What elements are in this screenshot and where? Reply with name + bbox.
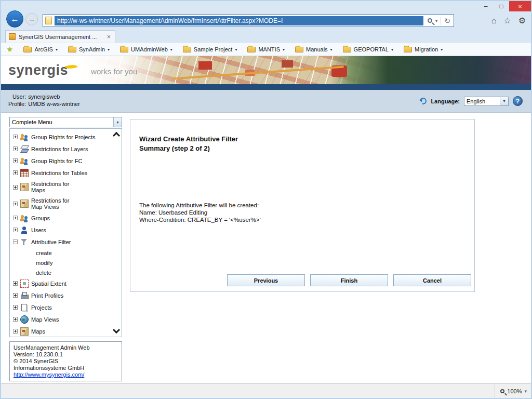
- url-text[interactable]: http://w-ws-wintner/UserManagementAdminW…: [55, 16, 423, 25]
- tree-item-label[interactable]: Spatial Extent: [31, 281, 66, 287]
- back-button[interactable]: ←: [6, 10, 23, 28]
- favorite-item-sample-project[interactable]: Sample Project▾: [183, 46, 237, 52]
- favorite-item-arcgis[interactable]: ArcGIS▾: [23, 46, 57, 52]
- footer-link[interactable]: http://www.mysynergis.com/: [14, 371, 118, 378]
- expand-icon[interactable]: [13, 228, 18, 232]
- tree-item-modify[interactable]: modify: [10, 258, 122, 268]
- favorite-label: GEOPORTAL: [354, 46, 389, 52]
- tree-item-delete[interactable]: delete: [10, 268, 122, 277]
- favorite-item-synadmin[interactable]: SynAdmin▾: [68, 46, 110, 52]
- favorite-item-mantis[interactable]: MANTIS▾: [247, 46, 285, 52]
- tree-item-users[interactable]: Users: [10, 224, 122, 236]
- add-favorite-star-icon[interactable]: ★: [6, 45, 13, 54]
- home-icon[interactable]: ⌂: [491, 16, 497, 25]
- tree-item-label[interactable]: Restrictions for Map Views: [31, 197, 79, 210]
- expand-icon[interactable]: [13, 293, 18, 298]
- browser-tab[interactable]: SynerGIS Usermanagement ... ×: [5, 30, 115, 43]
- chevron-down-icon: ▾: [524, 389, 527, 394]
- search-icon[interactable]: [428, 18, 432, 23]
- footer-version: Version: 10.230.0.1: [14, 351, 118, 358]
- window-controls: – □ ×: [478, 1, 531, 11]
- favorites-icon[interactable]: ☆: [503, 16, 511, 25]
- wizard-step-subtitle: Summary (step 2 of 2): [139, 144, 474, 152]
- refresh-icon[interactable]: ↻: [444, 17, 450, 25]
- tree-item-restrictions-for-tables[interactable]: Restrictions for Tables: [10, 167, 122, 179]
- expand-icon[interactable]: [13, 202, 18, 206]
- expand-icon[interactable]: [13, 317, 18, 322]
- expand-icon[interactable]: [13, 281, 18, 286]
- zoom-magnifier-icon: [500, 389, 504, 393]
- tree-item-spatial-extent[interactable]: Spatial Extent: [10, 277, 122, 289]
- tree-item-label[interactable]: Restrictions for Maps: [31, 181, 79, 193]
- favorite-item-manuals[interactable]: Manuals▾: [295, 46, 332, 52]
- tree-item-attributive-filter[interactable]: Attributive Filter: [10, 236, 122, 248]
- tree-item-group-rights-for-fc[interactable]: Group Rights for FC: [10, 155, 122, 167]
- tree-item-label[interactable]: create: [36, 250, 52, 256]
- layers-icon: [20, 145, 29, 153]
- favorite-item-geoportal[interactable]: GEOPORTAL▾: [343, 46, 393, 52]
- tree-item-label[interactable]: Print Profiles: [31, 292, 63, 299]
- forward-button[interactable]: →: [25, 13, 38, 25]
- tree-item-label[interactable]: Group Rights for Projects: [31, 134, 96, 140]
- tree-item-restrictions-for-maps[interactable]: Restrictions for Maps: [10, 179, 122, 195]
- maximize-button[interactable]: □: [494, 1, 509, 11]
- settings-gear-icon[interactable]: ⚙: [518, 16, 526, 25]
- favorite-item-migration[interactable]: Migration▾: [404, 46, 443, 52]
- close-button[interactable]: ×: [509, 1, 531, 11]
- tree-item-label[interactable]: Groups: [31, 215, 50, 221]
- tree-item-restrictions-for-map-views[interactable]: Restrictions for Map Views: [10, 195, 122, 212]
- tree-item-label[interactable]: Projects: [31, 304, 52, 311]
- tree-item-maps[interactable]: Maps: [10, 325, 122, 337]
- tree-item-label[interactable]: Restrictions for Layers: [31, 146, 88, 152]
- collapse-icon[interactable]: [13, 240, 18, 244]
- help-button[interactable]: ?: [513, 96, 523, 106]
- folder-icon: [120, 47, 128, 52]
- divider: [441, 17, 441, 25]
- expand-icon[interactable]: [13, 185, 18, 190]
- chevron-down-icon: ▾: [108, 47, 110, 52]
- favorite-label: Manuals: [306, 46, 328, 52]
- tree-item-restrictions-for-layers[interactable]: Restrictions for Layers: [10, 143, 122, 155]
- tab-close-icon[interactable]: ×: [106, 33, 112, 41]
- tree-item-label[interactable]: delete: [36, 270, 51, 276]
- tree-item-groups[interactable]: Groups: [10, 212, 122, 224]
- expand-icon[interactable]: [13, 305, 18, 310]
- tree-item-label[interactable]: Map Views: [31, 316, 59, 323]
- expand-icon[interactable]: [13, 216, 18, 220]
- folder-icon: [68, 47, 76, 52]
- tree-item-projects[interactable]: Projects: [10, 301, 122, 313]
- expand-icon[interactable]: [13, 135, 18, 139]
- tree-item-group-rights-for-projects[interactable]: Group Rights for Projects: [10, 131, 122, 143]
- expand-icon[interactable]: [13, 170, 18, 175]
- zoom-control[interactable]: 100% ▾: [495, 384, 527, 398]
- tree-item-label[interactable]: Users: [31, 227, 46, 233]
- minimize-button[interactable]: –: [478, 1, 494, 11]
- cancel-button[interactable]: Cancel: [393, 274, 471, 286]
- chevron-down-icon[interactable]: ▾: [435, 18, 438, 23]
- tree-item-label[interactable]: Maps: [31, 328, 45, 335]
- favorite-label: Migration: [415, 46, 438, 52]
- refresh-sync-icon[interactable]: [419, 97, 428, 105]
- previous-button[interactable]: Previous: [227, 274, 305, 286]
- folder-icon: [295, 47, 303, 52]
- tree-item-label[interactable]: Group Rights for FC: [31, 158, 82, 164]
- favorite-item-umadminweb[interactable]: UMAdminWeb▾: [120, 46, 172, 52]
- printer-icon: [20, 291, 29, 300]
- tree-item-label[interactable]: Restrictions for Tables: [31, 170, 87, 176]
- expand-icon[interactable]: [13, 147, 18, 151]
- finish-button[interactable]: Finish: [310, 274, 388, 286]
- tab-title[interactable]: SynerGIS Usermanagement ...: [19, 34, 103, 40]
- browser-chrome: ← → http://w-ws-wintner/UserManagementAd…: [1, 1, 531, 29]
- address-bar[interactable]: http://w-ws-wintner/UserManagementAdminW…: [43, 14, 454, 27]
- tree-item-print-profiles[interactable]: Print Profiles: [10, 289, 122, 301]
- language-select[interactable]: English ▾: [464, 97, 509, 106]
- zoom-level: 100%: [507, 388, 522, 394]
- tree-item-create[interactable]: create: [10, 248, 122, 258]
- tree-item-label[interactable]: modify: [36, 260, 52, 266]
- tree-item-label[interactable]: Attributive Filter: [31, 239, 71, 245]
- divider-bar: [1, 84, 531, 90]
- menu-select[interactable]: Complete Menu ▾: [9, 117, 122, 127]
- expand-icon[interactable]: [13, 329, 18, 334]
- tree-item-map-views[interactable]: Map Views: [10, 313, 122, 325]
- expand-icon[interactable]: [13, 158, 18, 163]
